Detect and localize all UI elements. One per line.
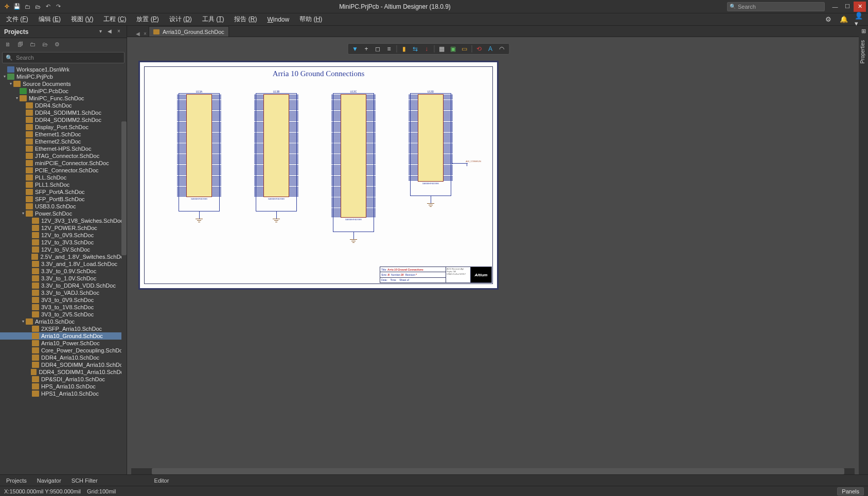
tree-caret-icon[interactable]: ▾ bbox=[21, 210, 26, 217]
settings-icon[interactable]: ⚙ bbox=[52, 40, 62, 49]
text-icon[interactable]: A bbox=[485, 44, 495, 54]
projects-search-input[interactable]: 🔍 Search bbox=[2, 52, 125, 63]
menu-item[interactable]: 报告 (R) bbox=[232, 13, 259, 25]
tree-item[interactable]: 3.3V_to_0.9V.SchDoc bbox=[0, 268, 127, 275]
tree-item[interactable]: Ethernet2.SchDoc bbox=[0, 138, 127, 145]
tree-item[interactable]: Display_Port.SchDoc bbox=[0, 123, 127, 131]
menu-item[interactable]: 视图 (V) bbox=[69, 13, 95, 25]
select-rect-icon[interactable]: ◻ bbox=[373, 44, 383, 54]
tree-item[interactable]: PLL.SchDoc bbox=[0, 174, 127, 181]
tree-item[interactable]: DDR4_SODIMM_Arria10.SchDoc bbox=[0, 361, 127, 368]
tree-caret-icon[interactable]: ▾ bbox=[8, 80, 13, 87]
tree-item[interactable]: Workspace1.DsnWrk bbox=[0, 66, 127, 73]
panel-pin-icon[interactable]: ◀ bbox=[106, 28, 113, 36]
notifications-bell-icon[interactable]: 🔔 bbox=[839, 15, 848, 24]
schematic-component[interactable]: U13D10AS066H2F34I2SGESA10_CORERUN bbox=[410, 93, 451, 217]
settings-gear-icon[interactable]: ⚙ bbox=[824, 15, 833, 24]
tree-item[interactable]: DDR4_SODIMM1.SchDoc bbox=[0, 109, 127, 116]
document-tab-active[interactable]: Arria10_Ground.SchDoc bbox=[149, 26, 229, 37]
open-folder-icon[interactable]: 🗀 bbox=[23, 2, 32, 11]
tree-item[interactable]: 12V_to_3V3.SchDoc bbox=[0, 239, 127, 246]
menu-item[interactable]: 工具 (T) bbox=[200, 13, 226, 25]
view-tab-navigator[interactable]: Navigator bbox=[35, 476, 63, 485]
component-icon[interactable]: ▣ bbox=[448, 44, 458, 54]
tree-item[interactable]: HPS1_Arria10.SchDoc bbox=[0, 390, 127, 397]
panels-button[interactable]: Panels bbox=[837, 487, 864, 495]
panel-close-icon[interactable]: × bbox=[115, 28, 122, 36]
projects-tree[interactable]: Workspace1.DsnWrk▾MiniPC.PrjPcb▾Source D… bbox=[0, 65, 127, 474]
tree-item[interactable]: DDR4.SchDoc bbox=[0, 102, 127, 109]
tree-item[interactable]: DDR4_Arria10.SchDoc bbox=[0, 354, 127, 361]
filter-icon[interactable]: ▼ bbox=[350, 44, 360, 54]
tree-item[interactable]: 3.3V_to_1.0V.SchDoc bbox=[0, 275, 127, 282]
arc-icon[interactable]: ◠ bbox=[497, 44, 507, 54]
save-icon[interactable]: 💾 bbox=[12, 2, 22, 11]
global-search-input[interactable]: 🔍 Search bbox=[727, 2, 825, 11]
menu-item[interactable]: 设计 (D) bbox=[167, 13, 194, 25]
tree-item[interactable]: 2.5V_and_1.8V_Switches.SchDoc bbox=[0, 253, 127, 260]
grid-icon[interactable]: ▦ bbox=[436, 44, 447, 54]
tree-item[interactable]: SFP_PortA.SchDoc bbox=[0, 188, 127, 196]
app-logo-icon[interactable]: ✧ bbox=[2, 2, 11, 11]
minimize-button[interactable]: — bbox=[829, 2, 841, 12]
tree-item[interactable]: PLL1.SchDoc bbox=[0, 181, 127, 188]
tree-item[interactable]: DDR4_SODIMM2.SchDoc bbox=[0, 116, 127, 123]
tree-item[interactable]: 3V3_to_2V5.SchDoc bbox=[0, 311, 127, 318]
canvas-scroll-thumb[interactable] bbox=[152, 468, 844, 474]
tree-item[interactable]: MiniPC.PcbDoc bbox=[0, 87, 127, 95]
tree-caret-icon[interactable]: ▾ bbox=[2, 73, 7, 80]
menu-item[interactable]: 工程 (C) bbox=[101, 13, 128, 25]
tree-item[interactable]: Ethernet-HPS.SchDoc bbox=[0, 145, 127, 152]
tree-item[interactable]: 3.3V_to_DDR4_VDD.SchDoc bbox=[0, 282, 127, 289]
tree-item[interactable]: 3V3_to_0V9.SchDoc bbox=[0, 296, 127, 304]
maximize-button[interactable]: ☐ bbox=[841, 2, 854, 12]
schematic-canvas[interactable]: ▼ + ◻ ≡ ▮ ⇆ ↓ ▦ ▣ ▭ ⟲ A ◠ bbox=[131, 41, 725, 419]
tree-item[interactable]: 3.3V_to_VADJ.SchDoc bbox=[0, 289, 127, 296]
user-account-icon[interactable]: 👤▾ bbox=[855, 15, 864, 24]
tree-item[interactable]: ▾MiniPC.PrjPcb bbox=[0, 73, 127, 80]
tree-item[interactable]: Core_Power_Decoupling.SchDoc bbox=[0, 347, 127, 354]
tree-item[interactable]: ▾Power.SchDoc bbox=[0, 210, 127, 217]
tree-scrollbar-thumb[interactable] bbox=[121, 121, 127, 255]
highlight-horiz-icon[interactable]: ⇆ bbox=[410, 44, 420, 54]
tree-item[interactable]: 12V_to_5V.SchDoc bbox=[0, 246, 127, 253]
tree-item[interactable]: 12V_POWER.SchDoc bbox=[0, 224, 127, 232]
tree-item[interactable]: Arria10_Ground.SchDoc bbox=[0, 332, 127, 340]
tab-scroll-left-icon[interactable]: ◀ bbox=[134, 31, 141, 37]
tree-item[interactable]: 12V_to_0V9.SchDoc bbox=[0, 232, 127, 239]
view-tab-editor[interactable]: Editor bbox=[152, 476, 171, 485]
close-button[interactable]: ✕ bbox=[854, 2, 866, 12]
schematic-component[interactable]: U13B10AS066H2F34I2SGES bbox=[256, 93, 297, 232]
menu-item[interactable]: 帮助 (H) bbox=[297, 13, 324, 25]
panel-dropdown-icon[interactable]: ▾ bbox=[97, 28, 104, 36]
add-folder-icon[interactable]: 🗁 bbox=[40, 40, 49, 49]
label-icon[interactable]: ▭ bbox=[459, 44, 469, 54]
menu-item[interactable]: 编辑 (E) bbox=[37, 13, 63, 25]
tree-item[interactable]: Ethernet1.SchDoc bbox=[0, 131, 127, 138]
panel-expand-icon[interactable]: ⊞ bbox=[859, 26, 868, 36]
view-tab-sch-filter[interactable]: SCH Filter bbox=[69, 476, 100, 485]
undo-icon[interactable]: ↶ bbox=[43, 2, 52, 11]
new-doc-icon[interactable]: 🗐 bbox=[15, 40, 25, 49]
menu-item[interactable]: 文件 (F) bbox=[4, 13, 30, 25]
schematic-component[interactable]: U13A10AS066H2F34I2SGES bbox=[179, 93, 220, 232]
tree-item[interactable]: ▾Arria10.SchDoc bbox=[0, 318, 127, 325]
folder-icon[interactable]: 🗀 bbox=[28, 40, 37, 49]
tree-item[interactable]: 3.3V_and_1.8V_Load.SchDoc bbox=[0, 260, 127, 268]
tree-item[interactable]: ▾Source Documents bbox=[0, 80, 127, 87]
align-icon[interactable]: ≡ bbox=[384, 44, 394, 54]
tree-item[interactable]: 12V_3V3_1V8_Swiches.SchDoc bbox=[0, 217, 127, 224]
view-tab-projects[interactable]: Projects bbox=[4, 476, 29, 485]
tree-scrollbar-track[interactable] bbox=[121, 65, 127, 474]
tree-item[interactable]: JTAG_Connector.SchDoc bbox=[0, 152, 127, 160]
tree-item[interactable]: 3V3_to_1V8.SchDoc bbox=[0, 304, 127, 311]
menu-item[interactable]: 放置 (P) bbox=[134, 13, 161, 25]
tree-item[interactable]: ▾MiniPC_Func.SchDoc bbox=[0, 95, 127, 102]
crosshair-icon[interactable]: + bbox=[361, 44, 371, 54]
net-label[interactable]: A10_CORERUN bbox=[460, 160, 486, 163]
schematic-sheet[interactable]: Arria 10 Ground Connections U13A10AS066H… bbox=[138, 61, 499, 290]
redo-icon[interactable]: ↷ bbox=[54, 2, 63, 11]
canvas-horizontal-scrollbar[interactable] bbox=[131, 468, 855, 474]
tree-item[interactable]: DDR4_SODIMM1_Arria10.SchDoc bbox=[0, 368, 127, 376]
open-project-icon[interactable]: 🗁 bbox=[33, 2, 42, 11]
